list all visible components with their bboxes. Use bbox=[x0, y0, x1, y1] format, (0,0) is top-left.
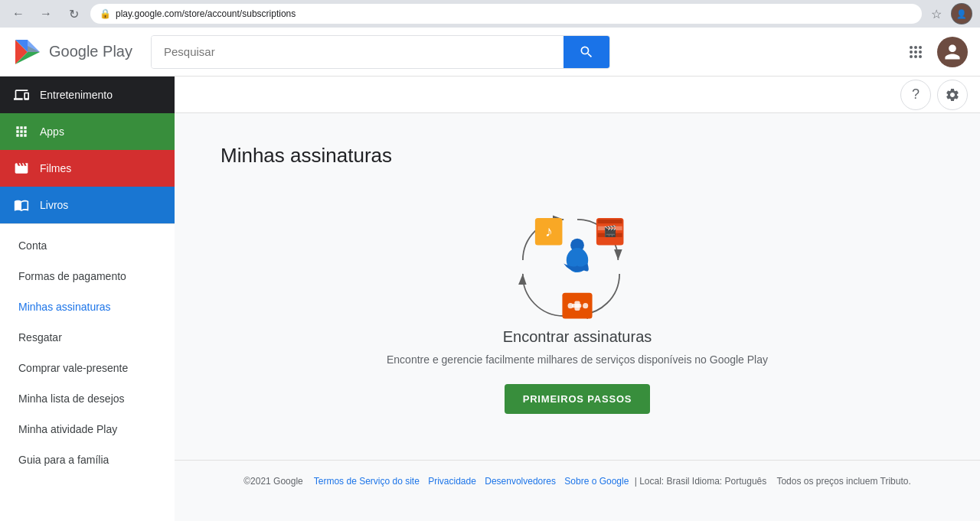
menu-item-formas-pagamento[interactable]: Formas de pagamento bbox=[0, 261, 175, 291]
svg-marker-5 bbox=[28, 40, 40, 52]
header-right bbox=[900, 37, 968, 67]
user-avatar[interactable] bbox=[937, 37, 968, 67]
browser-bar: ← → ↻ 🔒 play.google.com/store/account/su… bbox=[0, 0, 980, 28]
sidebar-menu: Conta Formas de pagamento Minhas assinat… bbox=[0, 224, 175, 481]
footer-link-sobre[interactable]: Sobre o Google bbox=[564, 476, 629, 487]
gp-logo[interactable]: Google Play bbox=[12, 37, 132, 67]
lock-icon: 🔒 bbox=[100, 8, 111, 19]
sidebar: Entretenimento Apps Filmes bbox=[0, 77, 175, 521]
menu-item-minha-atividade[interactable]: Minha atividade Play bbox=[0, 414, 175, 444]
svg-text:♪: ♪ bbox=[545, 223, 553, 239]
main-layout: Entretenimento Apps Filmes bbox=[0, 77, 980, 521]
menu-item-guia-familia[interactable]: Guia para a família bbox=[0, 444, 175, 475]
sidebar-item-livros[interactable]: Livros bbox=[0, 187, 175, 223]
footer-copyright: ©2021 Google bbox=[243, 476, 303, 487]
menu-item-minha-lista[interactable]: Minha lista de desejos bbox=[0, 383, 175, 414]
sidebar-item-label-livros: Livros bbox=[40, 199, 68, 211]
search-icon bbox=[579, 44, 594, 60]
apps-icon bbox=[12, 122, 31, 141]
reload-button[interactable]: ↻ bbox=[63, 3, 84, 24]
empty-state: ♪ 🎬 Encontrar assinaturas Encontre e ger bbox=[387, 206, 768, 414]
settings-icon bbox=[945, 87, 960, 103]
footer: ©2021 Google Termos de Serviço do site P… bbox=[175, 460, 980, 502]
browser-profile-button[interactable]: 👤 bbox=[951, 3, 972, 24]
back-button[interactable]: ← bbox=[8, 3, 29, 24]
search-button[interactable] bbox=[564, 36, 609, 68]
footer-locale: | Local: Brasil Idioma: Português bbox=[635, 476, 767, 487]
footer-link-privacidade[interactable]: Privacidade bbox=[428, 476, 476, 487]
footer-link-termos[interactable]: Termos de Serviço do site bbox=[314, 476, 420, 487]
svg-point-18 bbox=[583, 303, 588, 308]
content-area: ? Minhas assinaturas bbox=[175, 77, 980, 521]
primeiros-passos-button[interactable]: PRIMEIROS PASSOS bbox=[505, 384, 651, 414]
browser-avatar: 👤 bbox=[952, 4, 972, 24]
url-text: play.google.com/store/account/subscripti… bbox=[116, 8, 296, 19]
sidebar-item-apps[interactable]: Apps bbox=[0, 113, 175, 150]
footer-tax: Todos os preços incluem Tributo. bbox=[776, 476, 910, 487]
entretenimento-icon bbox=[12, 86, 31, 104]
livros-icon bbox=[12, 196, 31, 214]
sidebar-item-label-filmes: Filmes bbox=[40, 162, 71, 174]
search-bar[interactable] bbox=[151, 35, 610, 69]
empty-state-desc: Encontre e gerencie facilmente milhares … bbox=[387, 353, 768, 366]
empty-state-title: Encontrar assinaturas bbox=[503, 328, 652, 346]
gp-logo-text: Google Play bbox=[49, 43, 132, 60]
svg-rect-20 bbox=[572, 304, 581, 308]
gp-header: Google Play bbox=[0, 28, 980, 77]
svg-text:🎬: 🎬 bbox=[603, 224, 617, 238]
menu-item-comprar-vale[interactable]: Comprar vale-presente bbox=[0, 353, 175, 383]
sidebar-nav: Entretenimento Apps Filmes bbox=[0, 77, 175, 224]
apps-grid-button[interactable] bbox=[900, 37, 931, 67]
page-title: Minhas assinaturas bbox=[220, 144, 392, 168]
sidebar-item-label-apps: Apps bbox=[40, 125, 64, 138]
content-toolbar: ? bbox=[175, 77, 980, 113]
grid-dots-icon bbox=[910, 46, 922, 58]
menu-item-conta[interactable]: Conta bbox=[0, 230, 175, 261]
bookmark-button[interactable]: ☆ bbox=[928, 4, 945, 24]
help-icon: ? bbox=[912, 86, 920, 103]
subscription-illustration: ♪ 🎬 bbox=[508, 206, 646, 328]
address-bar[interactable]: 🔒 play.google.com/store/account/subscrip… bbox=[90, 4, 922, 24]
forward-button[interactable]: → bbox=[35, 3, 57, 24]
footer-link-desenvolvedores[interactable]: Desenvolvedores bbox=[485, 476, 556, 487]
gp-logo-icon bbox=[12, 37, 43, 67]
content-main: Minhas assinaturas bbox=[175, 113, 980, 460]
svg-rect-12 bbox=[598, 220, 622, 223]
menu-item-minhas-assinaturas[interactable]: Minhas assinaturas bbox=[0, 291, 175, 322]
filmes-icon bbox=[12, 159, 31, 177]
search-input[interactable] bbox=[152, 36, 564, 68]
sidebar-item-entretenimento[interactable]: Entretenimento bbox=[0, 77, 175, 113]
help-button[interactable]: ? bbox=[900, 80, 931, 110]
sidebar-item-label-entretenimento: Entretenimento bbox=[40, 89, 113, 101]
sidebar-item-filmes[interactable]: Filmes bbox=[0, 150, 175, 187]
settings-button[interactable] bbox=[937, 80, 968, 110]
menu-item-resgatar[interactable]: Resgatar bbox=[0, 322, 175, 353]
